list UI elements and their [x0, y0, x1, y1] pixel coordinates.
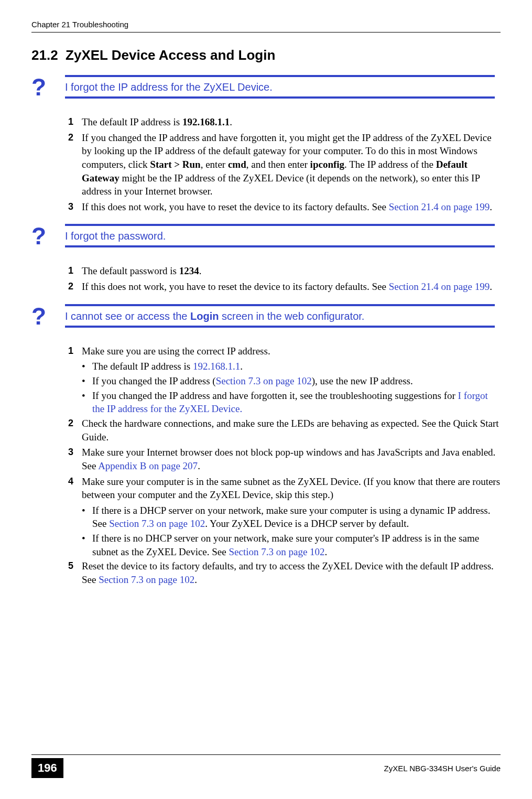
text: If you changed the IP address and have f… [92, 390, 458, 401]
question-text: I cannot see or access the Login screen … [65, 310, 495, 322]
list-item: If this does not work, you have to reset… [82, 280, 501, 294]
sub-item: If you changed the IP address and have f… [92, 389, 501, 416]
question-block-1: ? I forgot the IP address for the ZyXEL … [31, 75, 501, 103]
page-number: 196 [31, 758, 63, 778]
text: . [490, 281, 492, 292]
text-bold: Login [190, 310, 219, 322]
list-number: 1 [68, 344, 82, 358]
text: If this does not work, you have to reset… [82, 201, 389, 212]
page-footer: 196 ZyXEL NBG-334SH User's Guide [31, 754, 501, 778]
guide-title: ZyXEL NBG-334SH User's Guide [384, 764, 501, 773]
question-mark-icon: ? [31, 304, 63, 328]
text: . [199, 265, 202, 276]
text: If you changed the IP address ( [92, 375, 216, 386]
text: . Your ZyXEL Device is a DHCP server by … [205, 518, 409, 529]
question-rule-top [65, 304, 495, 306]
list-item: Make sure your computer is in the same s… [82, 475, 501, 502]
text: . [240, 361, 243, 372]
question-block-2: ? I forgot the password. [31, 224, 501, 252]
text-bold: cmd [228, 159, 246, 170]
default-password: 1234 [179, 265, 199, 276]
text: . [194, 574, 197, 585]
bullet-icon: • [82, 504, 92, 531]
text: The default IP address is [82, 116, 182, 127]
list-number: 3 [68, 200, 82, 214]
text: . [490, 201, 492, 212]
cross-ref-link[interactable]: Section 7.3 on page 102 [229, 546, 324, 557]
text: If this does not work, you have to reset… [82, 281, 389, 292]
cross-ref-link[interactable]: Section 7.3 on page 102 [99, 574, 194, 585]
question-text: I forgot the password. [65, 230, 495, 242]
list-number: 2 [68, 417, 82, 444]
list-item: The default password is 1234. [82, 264, 501, 278]
text-bold: ipconfig [310, 159, 344, 170]
sub-item: The default IP address is 192.168.1.1. [92, 360, 501, 373]
bullet-icon: • [82, 360, 92, 373]
question-text: I forgot the IP address for the ZyXEL De… [65, 81, 495, 93]
answer-block-1: 1 The default IP address is 192.168.1.1.… [68, 115, 501, 213]
list-item: If you changed the IP address and have f… [82, 131, 501, 198]
text: screen in the web configurator. [219, 310, 364, 322]
text: . [230, 116, 232, 127]
cross-ref-link[interactable]: Section 7.3 on page 102 [109, 518, 205, 529]
text: I cannot see or access the [65, 310, 190, 322]
list-number: 2 [68, 280, 82, 294]
bullet-icon: • [82, 374, 92, 388]
list-item: Check the hardware connections, and make… [82, 417, 501, 444]
default-ip: 192.168.1.1 [182, 116, 230, 127]
section-heading: 21.2 ZyXEL Device Access and Login [31, 47, 501, 63]
question-rule-bottom [65, 326, 495, 328]
question-mark-icon: ? [31, 224, 63, 248]
question-block-3: ? I cannot see or access the Login scree… [31, 304, 501, 332]
answer-block-3: 1 Make sure you are using the correct IP… [68, 344, 501, 587]
sub-item: If there is a DHCP server on your networ… [92, 504, 501, 531]
footer-rule [31, 754, 501, 755]
header-rule [31, 32, 501, 33]
answer-block-2: 1 The default password is 1234. 2 If thi… [68, 264, 501, 293]
cross-ref-link[interactable]: Section 21.4 on page 199 [389, 201, 490, 212]
text: ), use the new IP address. [312, 375, 413, 386]
text: The default password is [82, 265, 179, 276]
list-item: If this does not work, you have to reset… [82, 200, 501, 214]
list-number: 5 [68, 559, 82, 586]
cross-ref-link[interactable]: Section 21.4 on page 199 [389, 281, 490, 292]
ip-link[interactable]: 192.168.1.1 [193, 361, 240, 372]
sub-item: If there is no DHCP server on your netwo… [92, 532, 501, 558]
question-rule-top [65, 75, 495, 77]
list-item: Reset the device to its factory defaults… [82, 559, 501, 586]
text: . [198, 460, 200, 471]
question-mark-icon: ? [31, 75, 63, 99]
list-number: 1 [68, 264, 82, 278]
section-number: 21.2 [31, 47, 58, 63]
text: The default IP address is [92, 361, 193, 372]
list-item: The default IP address is 192.168.1.1. [82, 115, 501, 129]
bullet-icon: • [82, 532, 92, 558]
chapter-header: Chapter 21 Troubleshooting [31, 20, 501, 32]
cross-ref-link[interactable]: Section 7.3 on page 102 [216, 375, 312, 386]
text: , and then enter [246, 159, 310, 170]
text: . [325, 546, 328, 557]
text-bold: Start > Run [150, 159, 200, 170]
question-rule-bottom [65, 245, 495, 247]
section-title: ZyXEL Device Access and Login [66, 47, 275, 63]
question-rule-top [65, 224, 495, 226]
sub-item: If you changed the IP address (Section 7… [92, 374, 501, 388]
list-item: Make sure your Internet browser does not… [82, 446, 501, 472]
text: , enter [201, 159, 228, 170]
list-number: 4 [68, 475, 82, 502]
list-number: 2 [68, 131, 82, 198]
question-rule-bottom [65, 96, 495, 99]
bullet-icon: • [82, 389, 92, 416]
text: might be the IP address of the ZyXEL Dev… [82, 172, 480, 197]
cross-ref-link[interactable]: Appendix B on page 207 [98, 460, 198, 471]
list-number: 1 [68, 115, 82, 129]
list-item: Make sure you are using the correct IP a… [82, 344, 501, 358]
text: . The IP address of the [344, 159, 436, 170]
list-number: 3 [68, 446, 82, 472]
